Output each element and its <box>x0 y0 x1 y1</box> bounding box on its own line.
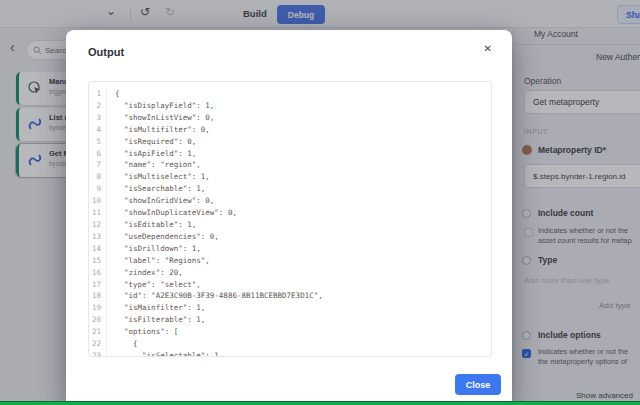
line-number: 13 <box>89 231 107 243</box>
code-line: 4 "isMultifilter": 0, <box>89 124 491 136</box>
line-number: 14 <box>89 243 107 255</box>
output-modal: Output ✕ 1{2 "isDisplayField": 1,3 "show… <box>66 30 512 405</box>
code-text: "options": [ <box>107 326 178 338</box>
code-line: 13 "useDependencies": 0, <box>89 231 491 243</box>
line-number: 21 <box>89 326 107 338</box>
code-line: 1{ <box>89 88 491 100</box>
code-text: "isEditable": 1, <box>107 219 196 231</box>
close-button[interactable]: Close <box>455 374 501 395</box>
line-number: 8 <box>89 171 107 183</box>
code-text: "id": "A2E3C90B-3F39-4886-8B11BCEBBD7E3D… <box>107 290 323 302</box>
line-number: 5 <box>89 136 107 148</box>
code-line: 19 "isMainfilter": 1, <box>89 302 491 314</box>
code-text: { <box>107 338 138 350</box>
code-text: "label": "Regions", <box>107 255 210 267</box>
line-number: 6 <box>89 148 107 160</box>
code-line: 20 "isFilterable": 1, <box>89 314 491 326</box>
line-number: 22 <box>89 338 107 350</box>
code-text: "isMultiselect": 1, <box>107 171 210 183</box>
line-number: 23 <box>89 350 107 357</box>
code-text: "name": "region", <box>107 159 201 171</box>
code-text: "type": "select", <box>107 279 201 291</box>
code-line: 14 "isDrilldown": 1, <box>89 243 491 255</box>
code-text: { <box>107 88 120 100</box>
modal-title: Output <box>88 46 124 58</box>
code-text: "isSelectable": 1, <box>107 350 223 357</box>
line-number: 19 <box>89 302 107 314</box>
code-line: 16 "zindex": 20, <box>89 267 491 279</box>
line-number: 1 <box>89 88 107 100</box>
code-line: 6 "isApiField": 1, <box>89 148 491 160</box>
code-line: 11 "showInDuplicateView": 0, <box>89 207 491 219</box>
code-line: 12 "isEditable": 1, <box>89 219 491 231</box>
code-line: 18 "id": "A2E3C90B-3F39-4886-8B11BCEBBD7… <box>89 290 491 302</box>
line-number: 3 <box>89 112 107 124</box>
code-text: "isMainfilter": 1, <box>107 302 205 314</box>
code-text: "isMultifilter": 0, <box>107 124 210 136</box>
code-text: "isApiField": 1, <box>107 148 196 160</box>
code-text: "zindex": 20, <box>107 267 183 279</box>
code-text: "isSearchable": 1, <box>107 183 205 195</box>
code-text: "showInListView": 0, <box>107 112 214 124</box>
code-text: "isRequired": 0, <box>107 136 196 148</box>
line-number: 17 <box>89 279 107 291</box>
code-text: "isDisplayField": 1, <box>107 100 214 112</box>
code-line: 15 "label": "Regions", <box>89 255 491 267</box>
code-text: "showInDuplicateView": 0, <box>107 207 237 219</box>
line-number: 16 <box>89 267 107 279</box>
line-number: 11 <box>89 207 107 219</box>
code-line: 5 "isRequired": 0, <box>89 136 491 148</box>
line-number: 10 <box>89 195 107 207</box>
code-line: 7 "name": "region", <box>89 159 491 171</box>
recording-indicator-bar <box>0 401 640 405</box>
line-number: 15 <box>89 255 107 267</box>
code-line: 10 "showInGridView": 0, <box>89 195 491 207</box>
line-number: 4 <box>89 124 107 136</box>
line-number: 18 <box>89 290 107 302</box>
line-number: 2 <box>89 100 107 112</box>
output-code-block[interactable]: 1{2 "isDisplayField": 1,3 "showInListVie… <box>88 81 492 357</box>
line-number: 7 <box>89 159 107 171</box>
code-line: 2 "isDisplayField": 1, <box>89 100 491 112</box>
code-text: "showInGridView": 0, <box>107 195 214 207</box>
code-line: 22 { <box>89 338 491 350</box>
code-line: 23 "isSelectable": 1, <box>89 350 491 357</box>
close-icon[interactable]: ✕ <box>484 43 492 54</box>
line-number: 9 <box>89 183 107 195</box>
code-text: "useDependencies": 0, <box>107 231 219 243</box>
code-line: 8 "isMultiselect": 1, <box>89 171 491 183</box>
code-line: 3 "showInListView": 0, <box>89 112 491 124</box>
code-line: 17 "type": "select", <box>89 279 491 291</box>
code-text: "isFilterable": 1, <box>107 314 205 326</box>
code-line: 21 "options": [ <box>89 326 491 338</box>
code-line: 9 "isSearchable": 1, <box>89 183 491 195</box>
line-number: 12 <box>89 219 107 231</box>
code-text: "isDrilldown": 1, <box>107 243 201 255</box>
line-number: 20 <box>89 314 107 326</box>
